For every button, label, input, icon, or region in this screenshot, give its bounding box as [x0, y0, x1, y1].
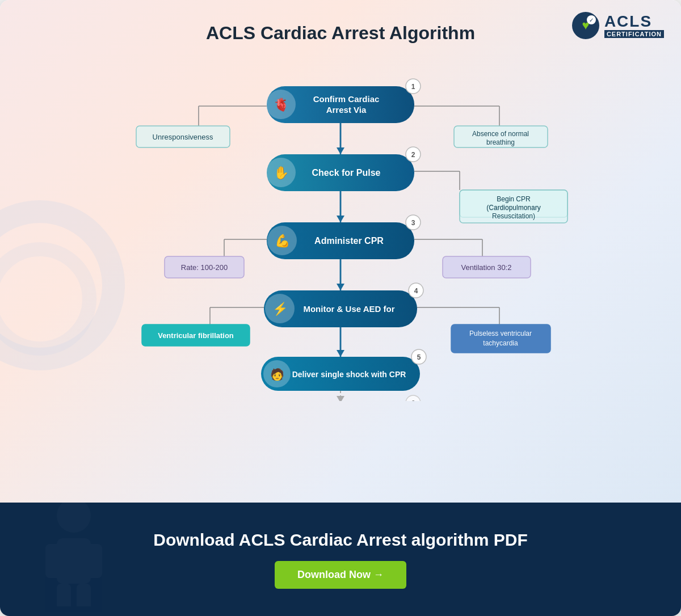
- svg-marker-22: [337, 147, 344, 154]
- svg-text:🫀: 🫀: [274, 97, 289, 112]
- svg-marker-72: [337, 350, 344, 357]
- svg-text:✋: ✋: [274, 165, 289, 180]
- flowchart-svg: 🫀 Confirm Cardiac Arrest Via 1 Unrespons…: [28, 61, 653, 401]
- svg-rect-90: [45, 544, 62, 578]
- svg-point-88: [57, 503, 91, 533]
- download-now-button[interactable]: Download Now →: [275, 561, 406, 589]
- svg-text:⚡: ⚡: [272, 301, 288, 317]
- svg-text:💪: 💪: [275, 233, 291, 248]
- svg-text:4: 4: [414, 287, 418, 295]
- svg-marker-80: [337, 396, 344, 401]
- main-title: ACLS Cardiac Arrest Algorithm: [23, 23, 658, 44]
- svg-text:Ventilation 30:2: Ventilation 30:2: [461, 263, 512, 272]
- svg-text:Monitor & Use AED for: Monitor & Use AED for: [303, 304, 394, 314]
- svg-text:Confirm Cardiac: Confirm Cardiac: [313, 94, 380, 104]
- logo-text: ACLS CERTIFICATION: [604, 13, 664, 39]
- svg-text:Rate: 100-200: Rate: 100-200: [181, 263, 228, 272]
- svg-text:Pulseless ventricular: Pulseless ventricular: [469, 330, 532, 337]
- svg-text:Deliver single shock with CPR: Deliver single shock with CPR: [292, 370, 406, 379]
- svg-text:5: 5: [417, 353, 421, 361]
- svg-marker-55: [337, 284, 344, 290]
- svg-text:1: 1: [411, 83, 415, 91]
- svg-text:2: 2: [411, 151, 415, 159]
- svg-text:breathing: breathing: [486, 138, 515, 146]
- svg-text:6: 6: [411, 399, 415, 401]
- svg-text:✓: ✓: [589, 17, 594, 23]
- svg-text:(Cardiopulmonary: (Cardiopulmonary: [486, 204, 540, 212]
- svg-rect-93: [77, 584, 91, 606]
- svg-text:Begin CPR: Begin CPR: [497, 195, 531, 203]
- svg-text:Check for Pulse: Check for Pulse: [312, 168, 381, 178]
- cta-title: Download ACLS Cardiac Arrest algorithm P…: [153, 530, 528, 550]
- svg-text:tachycardia: tachycardia: [483, 339, 518, 347]
- logo-acls-text: ACLS: [604, 13, 664, 31]
- svg-text:3: 3: [411, 219, 415, 227]
- svg-rect-68: [451, 324, 550, 353]
- svg-rect-92: [57, 584, 71, 606]
- svg-rect-91: [85, 544, 102, 578]
- svg-text:Administer CPR: Administer CPR: [314, 236, 384, 246]
- flowchart-container: 🫀 Confirm Cardiac Arrest Via 1 Unrespons…: [23, 61, 658, 401]
- page-wrapper: ♥ ✓ ACLS CERTIFICATION ACLS Cardiac Arre…: [0, 0, 681, 616]
- svg-text:Absence of normal: Absence of normal: [472, 130, 529, 138]
- svg-text:Arrest Via: Arrest Via: [326, 105, 367, 115]
- logo: ♥ ✓ ACLS CERTIFICATION: [571, 11, 664, 40]
- bottom-section: Download ACLS Cardiac Arrest algorithm P…: [0, 503, 681, 616]
- logo-icon: ♥ ✓: [571, 11, 600, 40]
- svg-text:🧑: 🧑: [270, 368, 284, 381]
- top-section: ♥ ✓ ACLS CERTIFICATION ACLS Cardiac Arre…: [0, 0, 681, 503]
- svg-text:Resuscitation): Resuscitation): [492, 212, 535, 220]
- bottom-deco-icon: [17, 503, 131, 616]
- svg-text:Ventricular fibrillation: Ventricular fibrillation: [158, 331, 234, 340]
- svg-text:Unresponsiveness: Unresponsiveness: [153, 133, 213, 141]
- svg-marker-39: [337, 216, 344, 222]
- logo-cert-text: CERTIFICATION: [604, 30, 664, 38]
